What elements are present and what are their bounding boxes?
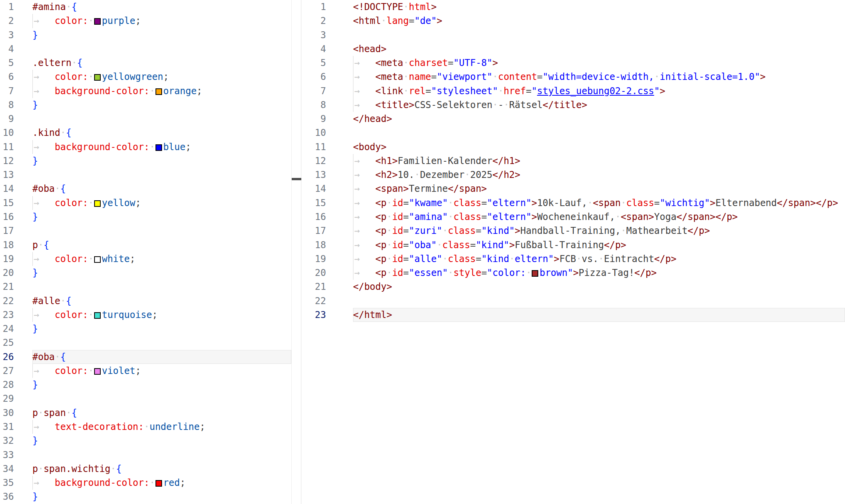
code-line-html-2[interactable]: 2<html·lang="de"> xyxy=(301,14,845,28)
line-number[interactable]: 36 xyxy=(0,490,14,504)
code-line-css-31[interactable]: 31→text-decoration:·underline; xyxy=(0,420,291,434)
code-line-css-34[interactable]: 34p·span.wichtig·{ xyxy=(0,462,291,476)
line-number[interactable]: 10 xyxy=(0,126,14,140)
line-number[interactable]: 17 xyxy=(0,224,14,238)
code-line-css-13[interactable]: 13 xyxy=(0,168,291,182)
code-line-css-3[interactable]: 3} xyxy=(0,28,291,42)
line-number[interactable]: 3 xyxy=(0,28,14,42)
line-number[interactable]: 13 xyxy=(0,168,14,182)
code-line-html-1[interactable]: 1<!DOCTYPE·html> xyxy=(301,0,845,14)
line-number[interactable]: 20 xyxy=(301,266,326,280)
code-line-css-20[interactable]: 20} xyxy=(0,266,291,280)
code-line-css-28[interactable]: 28} xyxy=(0,378,291,392)
line-number[interactable]: 34 xyxy=(0,462,14,476)
code-line-html-23[interactable]: 23</html> xyxy=(301,308,845,322)
code-line-html-6[interactable]: 6→<meta·name="viewport"·content="width=d… xyxy=(301,70,845,84)
line-number[interactable]: 24 xyxy=(0,322,14,336)
code-line-html-5[interactable]: 5→<meta·charset="UTF-8"> xyxy=(301,56,845,70)
line-number[interactable]: 4 xyxy=(0,42,14,56)
code-line-html-18[interactable]: 18→<p·id="oba"·class="kind">Fußball-Trai… xyxy=(301,238,845,252)
line-number[interactable]: 3 xyxy=(301,28,326,42)
code-line-css-11[interactable]: 11→background-color:·blue; xyxy=(0,140,291,154)
code-line-css-19[interactable]: 19→color:·white; xyxy=(0,252,291,266)
code-line-html-7[interactable]: 7→<link·rel="stylesheet"·href="styles_ue… xyxy=(301,84,845,98)
code-line-css-2[interactable]: 2→color:·purple; xyxy=(0,14,291,28)
line-number[interactable]: 23 xyxy=(0,308,14,322)
line-number[interactable]: 21 xyxy=(0,280,14,294)
line-number[interactable]: 30 xyxy=(0,406,14,420)
line-number[interactable]: 15 xyxy=(0,196,14,210)
line-number[interactable]: 9 xyxy=(0,112,14,126)
line-number[interactable]: 11 xyxy=(301,140,326,154)
line-number[interactable]: 26 xyxy=(0,350,14,364)
line-number[interactable]: 2 xyxy=(0,14,14,28)
code-line-html-22[interactable]: 22 xyxy=(301,294,845,308)
code-line-css-21[interactable]: 21 xyxy=(0,280,291,294)
code-line-html-11[interactable]: 11<body> xyxy=(301,140,845,154)
line-number[interactable]: 35 xyxy=(0,476,14,490)
code-line-css-16[interactable]: 16} xyxy=(0,210,291,224)
line-number[interactable]: 7 xyxy=(301,84,326,98)
code-line-html-15[interactable]: 15→<p·id="kwame"·class="eltern">10k-Lauf… xyxy=(301,196,845,210)
line-number[interactable]: 28 xyxy=(0,378,14,392)
code-line-css-24[interactable]: 24} xyxy=(0,322,291,336)
code-line-css-9[interactable]: 9 xyxy=(0,112,291,126)
code-line-css-36[interactable]: 36} xyxy=(0,490,291,504)
line-number[interactable]: 14 xyxy=(301,182,326,196)
html-editor-pane[interactable]: 1<!DOCTYPE·html>2<html·lang="de">34<head… xyxy=(301,0,845,504)
code-line-css-27[interactable]: 27→color:·violet; xyxy=(0,364,291,378)
line-number[interactable]: 6 xyxy=(301,70,326,84)
line-number[interactable]: 18 xyxy=(0,238,14,252)
line-number[interactable]: 7 xyxy=(0,84,14,98)
line-number[interactable]: 27 xyxy=(0,364,14,378)
line-number[interactable]: 21 xyxy=(301,280,326,294)
line-number[interactable]: 19 xyxy=(301,252,326,266)
line-number[interactable]: 12 xyxy=(0,154,14,168)
code-line-css-23[interactable]: 23→color:·turquoise; xyxy=(0,308,291,322)
code-line-html-8[interactable]: 8→<title>CSS-Selektoren·-·Rätsel</title> xyxy=(301,98,845,112)
line-number[interactable]: 18 xyxy=(301,238,326,252)
line-number[interactable]: 8 xyxy=(0,98,14,112)
line-number[interactable]: 15 xyxy=(301,196,326,210)
code-line-html-9[interactable]: 9</head> xyxy=(301,112,845,126)
code-line-html-13[interactable]: 13→<h2>10.·Dezember·2025</h2> xyxy=(301,168,845,182)
line-number[interactable]: 5 xyxy=(301,56,326,70)
code-line-html-20[interactable]: 20→<p·id="essen"·style="color:·brown">Pi… xyxy=(301,266,845,280)
line-number[interactable]: 9 xyxy=(301,112,326,126)
line-number[interactable]: 23 xyxy=(301,308,326,322)
code-line-css-6[interactable]: 6→color:·yellowgreen; xyxy=(0,70,291,84)
code-line-css-10[interactable]: 10.kind·{ xyxy=(0,126,291,140)
line-number[interactable]: 14 xyxy=(0,182,14,196)
line-number[interactable]: 6 xyxy=(0,70,14,84)
code-line-css-12[interactable]: 12} xyxy=(0,154,291,168)
line-number[interactable]: 16 xyxy=(0,210,14,224)
code-line-css-22[interactable]: 22#alle·{ xyxy=(0,294,291,308)
line-number[interactable]: 10 xyxy=(301,126,326,140)
code-line-html-4[interactable]: 4<head> xyxy=(301,42,845,56)
code-line-html-16[interactable]: 16→<p·id="amina"·class="eltern">Wochenei… xyxy=(301,210,845,224)
line-number[interactable]: 13 xyxy=(301,168,326,182)
line-number[interactable]: 2 xyxy=(301,14,326,28)
line-number[interactable]: 5 xyxy=(0,56,14,70)
code-line-css-35[interactable]: 35→background-color:·red; xyxy=(0,476,291,490)
code-line-css-15[interactable]: 15→color:·yellow; xyxy=(0,196,291,210)
line-number[interactable]: 31 xyxy=(0,420,14,434)
code-line-css-14[interactable]: 14#oba·{ xyxy=(0,182,291,196)
line-number[interactable]: 33 xyxy=(0,448,14,462)
line-number[interactable]: 1 xyxy=(301,0,326,14)
code-line-css-7[interactable]: 7→background-color:·orange; xyxy=(0,84,291,98)
code-line-css-29[interactable]: 29 xyxy=(0,392,291,406)
code-line-html-12[interactable]: 12→<h1>Familien-Kalender</h1> xyxy=(301,154,845,168)
code-line-html-17[interactable]: 17→<p·id="zuri"·class="kind">Handball-Tr… xyxy=(301,224,845,238)
line-number[interactable]: 8 xyxy=(301,98,326,112)
code-line-css-17[interactable]: 17 xyxy=(0,224,291,238)
code-line-css-32[interactable]: 32} xyxy=(0,434,291,448)
code-line-html-10[interactable]: 10 xyxy=(301,126,845,140)
code-line-html-14[interactable]: 14→<span>Termine</span> xyxy=(301,182,845,196)
code-line-css-26[interactable]: 26#oba·{ xyxy=(0,350,291,364)
css-editor-pane[interactable]: 1#amina·{2→color:·purple;3}45.eltern·{6→… xyxy=(0,0,291,504)
code-line-css-8[interactable]: 8} xyxy=(0,98,291,112)
code-line-css-18[interactable]: 18p·{ xyxy=(0,238,291,252)
line-number[interactable]: 22 xyxy=(301,294,326,308)
line-number[interactable]: 25 xyxy=(0,336,14,350)
